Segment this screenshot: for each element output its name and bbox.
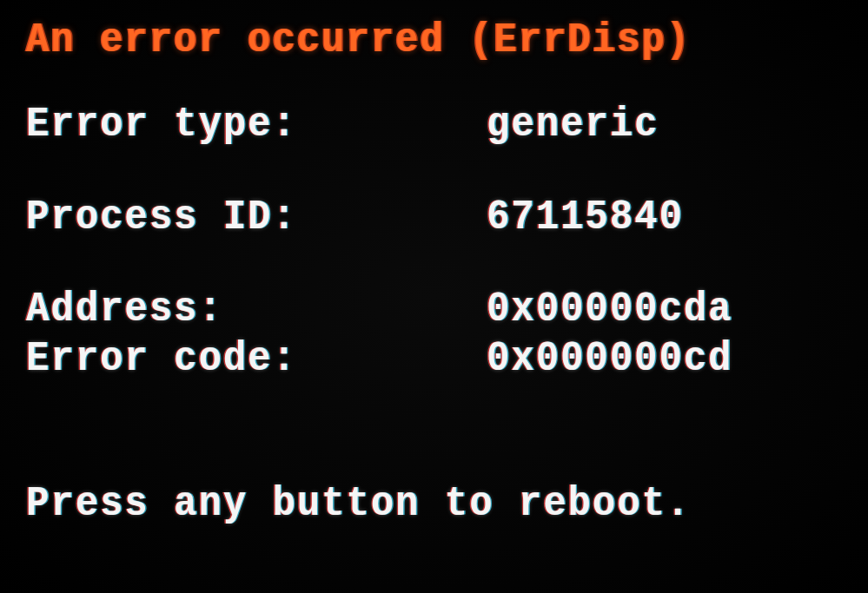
reboot-prompt[interactable]: Press any button to reboot. <box>26 481 777 527</box>
error-type-value: generic <box>487 102 813 148</box>
error-type-label: Error type: <box>26 102 450 148</box>
error-code-value: 0x000000cd <box>487 336 813 382</box>
error-title: An error occurred (ErrDisp) <box>26 17 777 63</box>
process-id-label: Process ID: <box>26 194 450 240</box>
address-label: Address: <box>26 287 450 333</box>
process-id-value: 67115840 <box>487 194 813 240</box>
error-code-label: Error code: <box>26 336 450 382</box>
address-value: 0x00000cda <box>487 287 813 333</box>
